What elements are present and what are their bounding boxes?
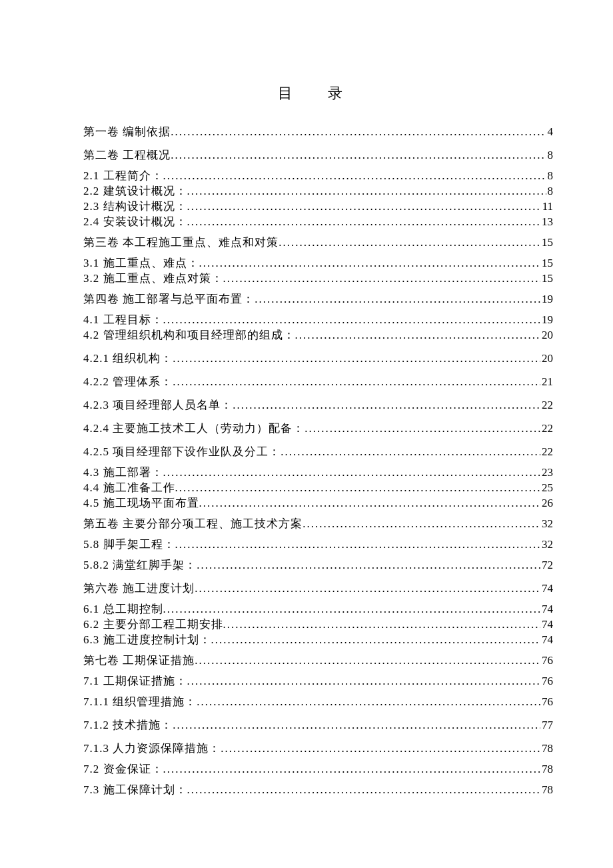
toc-entry: 4.2.4 主要施工技术工人（劳动力）配备：22 — [83, 423, 553, 434]
toc-entry: 4.2.5 项目经理部下设作业队及分工：22 — [83, 446, 553, 457]
toc-entry-page: 20 — [540, 329, 553, 341]
toc-entry-leader — [195, 655, 540, 666]
toc-entry-leader — [163, 763, 541, 775]
toc-entry-page: 76 — [540, 655, 553, 666]
toc-entry-leader — [281, 446, 540, 457]
toc-entry-page: 76 — [540, 696, 553, 707]
toc-entry-leader — [195, 583, 540, 594]
toc-entry-page: 13 — [540, 216, 553, 227]
toc-entry-label: 4.1 工程目标： — [83, 314, 163, 325]
toc-entry-leader — [171, 126, 546, 137]
toc-entry-label: 6.2 主要分部工程工期安排 — [83, 619, 223, 630]
toc-entry: 4.2.1 组织机构：20 — [83, 353, 553, 364]
toc-entry-leader — [199, 257, 541, 269]
toc-entry-page: 11 — [541, 201, 553, 212]
toc-entry-label: 4.2.3 项目经理部人员名单： — [83, 399, 233, 411]
toc-entry-leader — [163, 603, 541, 615]
toc-entry: 4.3 施工部署：23 — [83, 467, 553, 478]
toc-entry-leader — [175, 539, 541, 550]
toc-entry: 7.1.3 人力资源保障措施：78 — [83, 743, 553, 754]
toc-entry-label: 2.1 工程简介： — [83, 170, 163, 181]
toc-entry-label: 3.2 施工重点、难点对策： — [83, 273, 223, 284]
toc-entry-leader — [163, 170, 546, 181]
toc-entry-page: 8 — [546, 149, 554, 161]
toc-entry-page: 22 — [540, 423, 553, 434]
toc-entry: 第七卷 工期保证措施 76 — [83, 655, 553, 666]
toc-entry: 4.2.2 管理体系：21 — [83, 376, 553, 387]
toc-entry-leader — [197, 696, 540, 707]
toc-entry: 3.2 施工重点、难点对策：15 — [83, 273, 553, 284]
toc-entry: 7.1.1 组织管理措施：76 — [83, 696, 553, 707]
toc-entry: 6.1 总工期控制74 — [83, 603, 553, 615]
toc-entry-label: 4.3 施工部署： — [83, 467, 163, 478]
toc-entry: 2.3 结构设计概况：11 — [83, 201, 553, 212]
toc-entry-label: 4.2.2 管理体系： — [83, 376, 173, 387]
toc-entry-label: 第七卷 工期保证措施 — [83, 655, 195, 666]
toc-entry-label: 7.1.1 组织管理措施： — [83, 696, 197, 707]
toc-entry-page: 74 — [540, 583, 553, 594]
toc-entry-page: 78 — [540, 743, 553, 754]
toc-entry-leader — [163, 314, 541, 325]
toc-entry-page: 21 — [540, 376, 553, 387]
toc-entry-leader — [255, 293, 540, 305]
toc-entry-label: 7.1 工期保证措施： — [83, 675, 187, 687]
toc-entry-page: 19 — [540, 293, 553, 305]
toc-entry: 4.2 管理组织机构和项目经理部的组成：20 — [83, 329, 553, 341]
table-of-contents: 第一卷 编制依据 4第二卷 工程概况 82.1 工程简介：82.2 建筑设计概况… — [83, 126, 553, 795]
toc-entry-label: 4.2 管理组织机构和项目经理部的组成： — [83, 329, 295, 341]
toc-entry-leader — [163, 467, 541, 478]
toc-entry-label: 7.1.3 人力资源保障措施： — [83, 743, 221, 754]
toc-entry-label: 5.8.2 满堂红脚手架： — [83, 559, 197, 571]
toc-entry-label: 第四卷 施工部署与总平面布置： — [83, 293, 255, 305]
toc-entry: 7.3 施工保障计划：78 — [83, 784, 553, 795]
toc-entry-leader — [171, 149, 546, 161]
toc-entry: 6.2 主要分部工程工期安排74 — [83, 619, 553, 630]
toc-entry-label: 7.3 施工保障计划： — [83, 784, 187, 795]
toc-entry-leader — [187, 201, 541, 212]
toc-entry-page: 74 — [540, 619, 553, 630]
toc-entry: 2.4 安装设计概况：13 — [83, 216, 553, 227]
toc-entry-label: 4.5 施工现场平面布置 — [83, 497, 199, 509]
toc-entry: 2.2 建筑设计概况：8 — [83, 185, 553, 197]
toc-entry-label: 4.2.1 组织机构： — [83, 353, 173, 364]
toc-entry: 7.2 资金保证：78 — [83, 763, 553, 775]
toc-entry-label: 6.3 施工进度控制计划： — [83, 634, 211, 645]
toc-entry: 第二卷 工程概况 8 — [83, 149, 553, 161]
toc-entry: 7.1 工期保证措施：76 — [83, 675, 553, 687]
toc-entry-label: 第五卷 主要分部分项工程、施工技术方案 — [83, 518, 303, 529]
toc-entry: 4.1 工程目标：19 — [83, 314, 553, 325]
toc-entry-label: 3.1 施工重点、难点： — [83, 257, 199, 269]
toc-entry-page: 22 — [540, 399, 553, 411]
toc-entry-label: 第三卷 本工程施工重点、难点和对策 — [83, 237, 279, 248]
toc-entry: 6.3 施工进度控制计划：74 — [83, 634, 553, 645]
toc-entry-leader — [175, 482, 541, 493]
toc-entry-page: 32 — [540, 518, 553, 529]
toc-entry-leader — [187, 784, 541, 795]
toc-entry-label: 2.3 结构设计概况： — [83, 201, 187, 212]
toc-entry-page: 72 — [540, 559, 553, 571]
toc-entry-page: 78 — [540, 763, 553, 775]
toc-entry-page: 26 — [540, 497, 553, 509]
toc-entry-leader — [223, 619, 541, 630]
toc-entry-page: 78 — [540, 784, 553, 795]
toc-entry-page: 15 — [540, 257, 553, 269]
toc-entry-leader — [173, 719, 540, 731]
toc-entry: 5.8.2 满堂红脚手架：72 — [83, 559, 553, 571]
toc-entry-page: 8 — [546, 170, 554, 181]
toc-entry-page: 32 — [540, 539, 553, 550]
toc-entry-page: 20 — [540, 353, 553, 364]
toc-entry: 2.1 工程简介：8 — [83, 170, 553, 181]
toc-entry-label: 7.1.2 技术措施： — [83, 719, 173, 731]
toc-entry-leader — [187, 675, 541, 687]
toc-entry-leader — [233, 399, 540, 411]
toc-entry: 第一卷 编制依据 4 — [83, 126, 553, 137]
toc-entry: 4.4 施工准备工作25 — [83, 482, 553, 493]
toc-entry-label: 第二卷 工程概况 — [83, 149, 171, 161]
toc-entry-label: 2.4 安装设计概况： — [83, 216, 187, 227]
toc-entry: 第四卷 施工部署与总平面布置：19 — [83, 293, 553, 305]
toc-entry-leader — [305, 423, 540, 434]
toc-entry-leader — [187, 185, 546, 197]
toc-entry-page: 74 — [540, 603, 553, 615]
toc-entry: 7.1.2 技术措施：77 — [83, 719, 553, 731]
toc-entry-page: 25 — [540, 482, 553, 493]
